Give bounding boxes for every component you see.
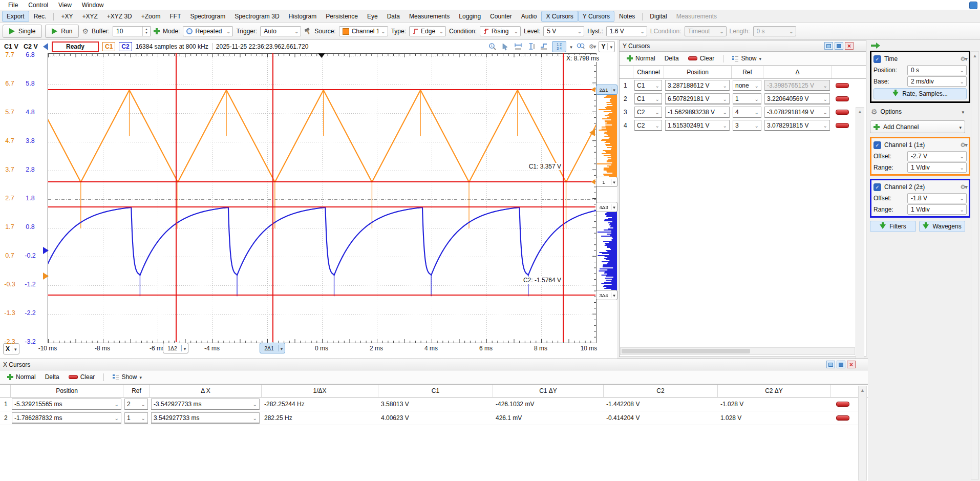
tab--xyz-3d[interactable]: +XYZ 3D [102,11,137,22]
add-delta-cursor-button[interactable]: Delta [662,54,682,63]
mode-dropdown[interactable]: Repeated [183,26,233,36]
buffer-gear-icon[interactable] [82,27,89,35]
position-dropdown[interactable]: 6.507829181 V [665,93,730,104]
c2-chip[interactable]: C2 [119,42,132,51]
ref-dropdown[interactable]: none [733,80,761,91]
zoom-fit-icon[interactable] [576,42,585,51]
tab-histogram[interactable]: Histogram [284,11,322,22]
position-dropdown[interactable]: -1.786287832 ms [12,412,121,424]
level-dropdown[interactable]: 5 V [543,26,584,36]
tab-measurements[interactable]: Measurements [672,11,721,22]
channel1-checkbox[interactable] [874,141,881,149]
x-cursor-line[interactable] [272,53,273,342]
position-dropdown[interactable]: -1.5629893238 V [665,107,730,118]
y-cursor-line[interactable] [48,89,595,90]
remove-cursor-button[interactable] [836,415,849,421]
y-cursors-title-bar[interactable]: Y Cursors × [620,40,866,52]
run-button[interactable]: Run [45,25,79,38]
buffer-spinner[interactable]: 10 ▲▼ [113,26,151,36]
tab-audio[interactable]: Audio [517,11,542,22]
spinner-arrows-icon[interactable]: ▲▼ [142,27,150,36]
x-cursors-vscrollbar[interactable]: ▲ [858,386,867,480]
remove-cursor-button[interactable] [836,402,849,407]
chevron-down-icon[interactable] [570,43,572,50]
waveform-canvas[interactable] [48,54,596,343]
channel2-range-dropdown[interactable]: 1 V/div [907,204,967,215]
menu-view[interactable]: View [53,1,77,9]
channel2-settings-gear-icon[interactable] [960,183,967,191]
c1-cursor-handle[interactable] [591,87,595,93]
channel1-range-dropdown[interactable]: 1 V/div [907,162,967,173]
trigger-dropdown[interactable]: Auto [260,26,301,36]
ref-dropdown[interactable]: 1 [733,93,761,104]
delta-dropdown[interactable]: 3.078291815 V [764,120,830,131]
ref-dropdown[interactable]: 1 [124,412,148,424]
channel2-offset-dropdown[interactable]: -1.8 V [907,193,967,203]
position-dropdown[interactable]: 3.287188612 V [665,80,730,91]
channel-dropdown[interactable]: C2 [634,120,662,131]
c1-ground-marker[interactable] [43,273,49,280]
delta-x-dropdown[interactable]: -3.542927733 ms [151,399,260,410]
ref-dropdown[interactable]: 4 [733,107,761,118]
add-normal-cursor-button[interactable]: Normal [624,54,658,63]
channel-dropdown[interactable]: C1 [634,93,662,104]
delta-dropdown[interactable]: -3.0782918149 V [764,107,830,118]
collapse-left-icon[interactable] [43,43,48,50]
condition-dropdown[interactable]: Rising [480,26,521,36]
maximize-icon[interactable] [837,361,845,368]
tab-eye[interactable]: Eye [363,11,382,22]
scrollbar-thumb[interactable] [622,349,750,353]
c1-cursor-handle[interactable] [591,179,595,185]
x-cursors-title-bar[interactable]: X Cursors × [0,359,868,370]
grid-1234-button[interactable]: 1 23 4 [552,41,566,52]
x-cursor-badge-2Δ1[interactable]: 2Δ1 [260,343,285,353]
time-checkbox[interactable] [874,55,881,63]
y-cursor-line[interactable] [48,206,595,207]
y-cursors-hscrollbar[interactable] [620,347,855,355]
pointer-icon[interactable] [501,42,510,51]
clear-cursors-button[interactable]: Clear [685,54,718,63]
tab-rec-[interactable]: Rec. [29,11,51,22]
tab-measurements[interactable]: Measurements [404,11,454,22]
app-icon[interactable] [969,2,977,9]
type-dropdown[interactable]: Edge [409,26,446,36]
x-cursor-line[interactable] [563,53,564,342]
edge-ruler-icon[interactable] [539,42,548,51]
channel1-offset-dropdown[interactable]: -2.7 V [907,151,967,161]
zoom-in-icon[interactable]: 1 [488,42,497,51]
remove-cursor-button[interactable] [836,110,849,115]
position-dropdown[interactable]: -5.329215565 ms [12,399,121,410]
horizontal-ruler-icon[interactable] [514,42,523,51]
filters-button[interactable]: Filters [870,221,916,232]
delta-dropdown[interactable]: 3.220640569 V [764,93,830,104]
source-dropdown[interactable]: Channel 1 [339,26,388,36]
channel1-settings-gear-icon[interactable] [960,141,967,149]
add-mode-icon[interactable] [154,28,160,34]
remove-cursor-button[interactable] [836,83,849,88]
tab-export[interactable]: Export [2,11,29,22]
add-delta-cursor-button[interactable]: Delta [42,372,62,382]
add-channel-button[interactable]: Add Channel [870,120,965,133]
hysteresis-dropdown[interactable]: 1.6 V [606,26,647,36]
channel2-checkbox[interactable] [874,183,881,191]
chevron-down-icon[interactable] [181,345,188,351]
time-base-dropdown[interactable]: 2 ms/div [907,76,967,87]
c2-ground-marker[interactable] [43,247,49,254]
ref-dropdown[interactable]: 2 [124,399,148,410]
y-axis-selector[interactable]: Y [599,41,615,52]
menu-window[interactable]: Window [77,1,109,9]
single-button[interactable]: Single [3,25,42,38]
menu-file[interactable]: File [3,1,23,9]
wavegens-button[interactable]: Wavegens [919,221,965,232]
trigger-level-marker[interactable] [589,129,595,136]
tab-logging[interactable]: Logging [454,11,485,22]
y-cursor-line[interactable] [48,295,595,296]
restore-icon[interactable] [824,42,833,50]
plot-area[interactable] [48,53,596,343]
chevron-down-icon[interactable] [611,179,617,185]
tab-persistence[interactable]: Persistence [321,11,363,22]
plot-settings-gear-icon[interactable] [589,43,595,50]
x-cursor-badge-1Δ2[interactable]: 1Δ2 [163,343,188,353]
y-cursor-line[interactable] [48,181,595,182]
restore-icon[interactable] [826,361,835,368]
